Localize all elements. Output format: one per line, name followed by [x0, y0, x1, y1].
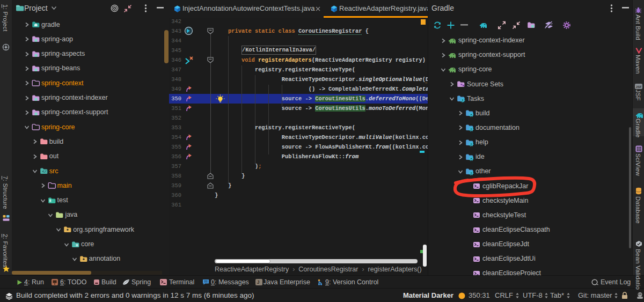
svg-text:JSF: JSF	[636, 85, 642, 89]
svg-text:J: J	[257, 279, 260, 285]
svg-text:</>: </>	[42, 170, 48, 174]
